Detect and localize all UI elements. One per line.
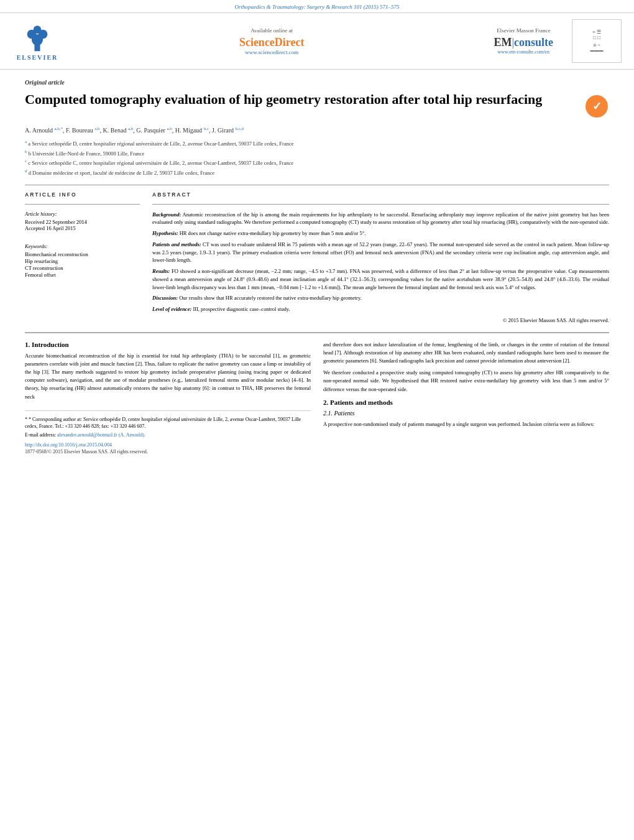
copyright: © 2015 Elsevier Masson SAS. All rights r…: [152, 316, 609, 325]
intro-p3: We therefore conducted a prospective stu…: [323, 369, 609, 394]
em-url: www.em-consulte.com/en: [497, 49, 549, 55]
affiliation-b: b b Université Lille-Nord de France, 590…: [25, 149, 609, 158]
affiliation-c: c c Service orthopédie C, centre hospita…: [25, 158, 609, 167]
elsevier-text: ELSEVIER: [17, 54, 58, 61]
divider-1: [25, 185, 609, 185]
methods-text: A prospective non-randomised study of pa…: [323, 420, 609, 428]
journal-title: Orthopaedics & Traumatology: Surgery & R…: [235, 4, 400, 10]
keyword-2: Hip resurfacing: [25, 258, 140, 264]
abstract-heading: ABSTRACT: [152, 192, 609, 198]
available-text: Available online at: [250, 27, 293, 34]
intro-right-text: and therefore does not induce lateraliza…: [323, 341, 609, 394]
divider-info: [25, 204, 140, 205]
abstract-results: Results: FO showed a non-significant dec…: [152, 267, 609, 291]
affiliation-a: a a Service orthopédie D, centre hospita…: [25, 139, 609, 148]
main-content: Original article Computed tomography eva…: [0, 70, 634, 464]
doi-link: http://dx.doi.org/10.1016/j.otsr.2015.04…: [25, 442, 311, 448]
header-right-box: ≡ ☰□ □ ⊕ ≡ ▬▬▬: [572, 19, 622, 63]
article-info-heading: ARTICLE INFO: [25, 192, 140, 198]
em-logo: EM | consulte: [494, 36, 553, 49]
body-left-col: 1. Introduction Accurate biomechanical r…: [25, 341, 311, 455]
em-consulte-section: Elsevier Masson France EM | consulte www…: [481, 27, 566, 55]
keyword-1: Biomechanical reconstruction: [25, 251, 140, 257]
issn-text: 1877-0568/© 2015 Elsevier Masson SAS. Al…: [25, 449, 311, 455]
intro-title: 1. Introduction: [25, 341, 311, 348]
header-section: ELSEVIER Available online at ScienceDire…: [0, 13, 634, 70]
abstract-hypothesis: Hypothesis: HR does not change native ex…: [152, 229, 609, 238]
authors: A. Arnould a,b,*, F. Boureau a,b, K. Ben…: [25, 126, 609, 134]
abstract-patients: Patients and methods: CT was used to eva…: [152, 241, 609, 264]
elsevier-tree-icon: [22, 22, 53, 53]
abstract-discussion: Discussion: Our results show that HR acc…: [152, 294, 609, 302]
history-label: Article history:: [25, 211, 140, 217]
svg-text:✓: ✓: [592, 100, 602, 113]
intro-text: Accurate biomechanical reconstruction of…: [25, 352, 311, 401]
email-footnote: E-mail address: alexandre.arnould@hotmai…: [25, 432, 311, 438]
svg-point-4: [34, 25, 42, 34]
info-abstract-section: ARTICLE INFO Article history: Received 2…: [25, 192, 609, 325]
doi-section: http://dx.doi.org/10.1016/j.otsr.2015.04…: [25, 442, 311, 455]
abstract-text: Background: Anatomic reconstruction of t…: [152, 211, 609, 325]
article-type: Original article: [25, 79, 609, 86]
body-right-col: and therefore does not induce lateraliza…: [323, 341, 609, 455]
keywords-label: Keywords:: [25, 243, 140, 249]
footnote-section: * * Corresponding author at: Service ort…: [25, 410, 311, 455]
journal-bar: Orthopaedics & Traumatology: Surgery & R…: [0, 0, 634, 13]
methods-sub-title: 2.1. Patients: [323, 410, 609, 417]
divider-thick: [25, 332, 609, 333]
elsevier-logo: ELSEVIER: [12, 22, 62, 61]
crossmark-logo: ✓: [584, 91, 609, 120]
affiliation-d: d d Domaine médecine et sport, faculté d…: [25, 168, 609, 177]
abstract-col: ABSTRACT Background: Anatomic reconstruc…: [152, 192, 609, 325]
body-section: 1. Introduction Accurate biomechanical r…: [25, 341, 609, 455]
header-middle: Available online at ScienceDirect www.sc…: [68, 27, 475, 55]
methods-title: 2. Patients and methods: [323, 399, 609, 406]
intro-p1: Accurate biomechanical reconstruction of…: [25, 352, 311, 401]
abstract-level: Level of evidence: III, prospective diag…: [152, 305, 609, 313]
sciencedirect-logo: ScienceDirect: [239, 36, 305, 49]
article-info-col: ARTICLE INFO Article history: Received 2…: [25, 192, 140, 325]
methods-p1: A prospective non-randomised study of pa…: [323, 420, 609, 428]
abstract-background: Background: Anatomic reconstruction of t…: [152, 211, 609, 227]
article-title: Computed tomography evaluation of hip ge…: [25, 91, 584, 109]
corresponding-footnote: * * Corresponding author at: Service ort…: [25, 416, 311, 430]
publisher-text: Elsevier Masson France: [497, 27, 550, 34]
affiliations: a a Service orthopédie D, centre hospita…: [25, 139, 609, 177]
divider-abstract: [152, 204, 609, 205]
received-date: Received 22 September 2014 Accepted 16 A…: [25, 219, 140, 231]
page: Orthopaedics & Traumatology: Surgery & R…: [0, 0, 634, 840]
title-section: Computed tomography evaluation of hip ge…: [25, 91, 609, 120]
keyword-3: CT reconstruction: [25, 265, 140, 271]
intro-p2: and therefore does not induce lateraliza…: [323, 341, 609, 366]
sciencedirect-url: www.sciencedirect.com: [245, 49, 298, 55]
keyword-4: Femoral offset: [25, 272, 140, 278]
